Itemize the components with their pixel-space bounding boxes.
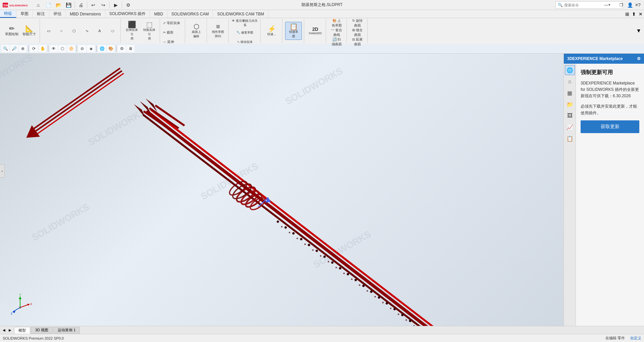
view-temp-button[interactable]: ◈	[87, 45, 95, 52]
save-button[interactable]: 💾	[64, 1, 73, 9]
app-version-label: SOLIDWORKS Premium 2022 SP0.0	[3, 336, 64, 340]
color-sketch-button[interactable]: 🎨 上色草图	[331, 19, 343, 27]
redo-icon: ↪	[101, 2, 105, 8]
rotate-surface-button[interactable]: ↻ 旋转曲面	[352, 19, 364, 27]
fullscreen-button[interactable]: 🖥	[126, 45, 135, 52]
minimize-button[interactable]: —	[599, 0, 614, 10]
view-orient-button[interactable]: 👁	[50, 45, 58, 52]
close-panel-icon[interactable]: ✕	[637, 10, 644, 18]
svg-point-74	[19, 306, 21, 308]
rp-dashboard-icon[interactable]: ▦	[565, 88, 575, 98]
tab-nav-arrows: ◀ ▶	[1, 328, 13, 333]
options-button[interactable]: ⚙	[123, 1, 133, 9]
panel-toggle-icon[interactable]: ⊞	[624, 10, 631, 18]
quick-sketch-label: 快速草图	[289, 30, 298, 39]
section-view-button[interactable]: ⊘	[78, 45, 86, 52]
model-tab-motion[interactable]: 运动算例 1	[53, 327, 80, 334]
model-tab-model[interactable]: 模型	[14, 327, 30, 334]
rp-house-icon[interactable]: ⌂	[565, 76, 575, 87]
viewport[interactable]: SOLIDWORKS SOLIDWORKS SOLIDWORKS SOLIDWO…	[0, 54, 564, 326]
tab-sw-cam[interactable]: SOLIDWORKS CAM	[167, 10, 213, 18]
tab-evaluate[interactable]: 评估	[49, 10, 66, 18]
rectangle-button[interactable]: ▭	[43, 26, 55, 35]
quick-button[interactable]: ⚡ 快速...	[263, 22, 280, 40]
repair-sketch-button[interactable]: 🔧 修复草图	[231, 28, 258, 37]
smart-dimension-button[interactable]: 📐 智能尺寸	[21, 22, 38, 40]
rp-list-icon[interactable]: 📋	[565, 133, 575, 144]
home-button[interactable]: ⌂	[34, 1, 43, 9]
stitch-surface-button[interactable]: ⊞ 缝合曲面	[352, 28, 364, 37]
tab-markup[interactable]: 标注	[33, 10, 49, 18]
prev-tab-button[interactable]: ◀	[1, 328, 7, 333]
undo-button[interactable]: ↩	[89, 1, 98, 9]
restore-button[interactable]: ❐	[614, 0, 629, 10]
zoom-button[interactable]: ⊕	[19, 45, 27, 52]
render-button[interactable]: 🎨	[107, 45, 115, 52]
linear-pattern-button[interactable]: ≡ 线性草图阵列	[210, 22, 226, 40]
spline-button[interactable]: ∿	[81, 26, 93, 35]
new-button[interactable]: 📄	[44, 1, 53, 9]
ribbon-group-display: 👁 显示/删除几何关系 🔧 修复草图 ⤡ 移动实体	[229, 19, 261, 43]
status-right: 在编辑 零件 自定义	[605, 336, 641, 341]
quick-sketch-button[interactable]: 📋 快速草图	[285, 22, 302, 40]
svg-point-29	[331, 261, 333, 264]
surface-offset-button[interactable]: ⬡ 曲面上偏移	[188, 22, 205, 40]
extend-surface-button[interactable]: ⊟ 延展曲面	[352, 38, 364, 46]
sketch-draw-button[interactable]: ✏ 草图绘制	[3, 22, 20, 40]
rp-image-icon[interactable]: 🖼	[565, 111, 575, 121]
tab-sw-plugins[interactable]: SOLIDWORKS 插件	[105, 10, 150, 18]
print-button[interactable]: 🖨	[76, 1, 86, 9]
ellipse-button[interactable]: ⬭	[106, 26, 118, 35]
redo-button[interactable]: ↪	[99, 1, 108, 9]
extrude-solid-button[interactable]: ⬛ 拉伸实体引用	[123, 22, 140, 40]
svg-point-24	[292, 232, 294, 234]
customize-label[interactable]: 自定义	[630, 336, 641, 341]
pan-button[interactable]: ✋	[39, 45, 47, 52]
svg-point-25	[300, 238, 303, 240]
zoom-fit-button[interactable]: 🔍	[1, 45, 9, 52]
scene-button[interactable]: 🌐	[98, 45, 106, 52]
offset-entity-button[interactable]: ⤢ 等距实体	[163, 19, 183, 27]
left-panel-toggle[interactable]: ›	[0, 164, 5, 178]
svg-text:X: X	[30, 302, 32, 306]
appearance-button[interactable]: 🔆	[67, 45, 75, 52]
rp-chart-icon[interactable]: 📈	[565, 122, 575, 132]
fit-curve-button[interactable]: 〰 套合曲线	[331, 28, 343, 37]
tab-sw-cam-tbm[interactable]: SOLIDWORKS CAM TBM	[213, 10, 268, 18]
convert-entity-button[interactable]: ⬚ 转换实体引用	[141, 22, 158, 40]
select-button[interactable]: ▶	[111, 1, 120, 9]
tab-features[interactable]: 特征	[0, 10, 16, 18]
rotate-view-button[interactable]: ⟳	[30, 45, 38, 52]
close-button[interactable]: ✕	[629, 0, 644, 10]
tab-mbd[interactable]: MBD	[150, 10, 167, 18]
convert-entity-label: 转换实体引用	[142, 28, 157, 41]
right-panel-settings-icon[interactable]: ⚙	[637, 56, 641, 61]
document-title: 朗基努斯之枪.SLDPRT	[302, 2, 342, 8]
move-entity-button[interactable]: ⤡ 移动实体	[231, 38, 258, 46]
instant2d-buttons: 2D Instant2D	[307, 19, 324, 43]
polygon-button[interactable]: ⬡	[68, 26, 80, 35]
zoom-select-button[interactable]: 🔎	[10, 45, 18, 52]
show-relations-button[interactable]: 👁 显示/删除几何关系	[231, 19, 258, 27]
get-update-button[interactable]: 获取更新	[581, 120, 639, 133]
rp-home-icon[interactable]: 🌐	[565, 65, 575, 75]
separator-2	[87, 2, 87, 8]
next-tab-button[interactable]: ▶	[7, 328, 13, 333]
model-tab-3d[interactable]: 3D 视图	[31, 327, 53, 334]
settings-button[interactable]: ⚙	[118, 45, 126, 52]
text-button[interactable]: A	[94, 26, 106, 35]
collapse-ribbon-icon[interactable]: ⬆	[631, 10, 637, 18]
tab-mbd-dimensions[interactable]: MBD Dimensions	[66, 10, 105, 18]
update-description: 3DEXPERIENCE Marketplace for SOLIDWORKS …	[581, 80, 639, 100]
extend-button[interactable]: ↔ 延伸	[163, 38, 183, 46]
ribbon-expand-button[interactable]: ▼	[635, 26, 643, 35]
rp-folder-icon[interactable]: 📁	[565, 99, 575, 109]
tab-sketch[interactable]: 草图	[16, 10, 33, 18]
display-style-button[interactable]: ⬡	[58, 45, 66, 52]
circle-button[interactable]: ○	[55, 26, 67, 35]
trim-button[interactable]: ✂ 裁剪	[163, 28, 183, 37]
open-button[interactable]: 📂	[54, 1, 63, 9]
instant2d-button[interactable]: 2D Instant2D	[307, 22, 324, 40]
scan-surface-button[interactable]: 🔄 扫描曲面	[331, 38, 343, 46]
svg-line-9	[144, 115, 439, 326]
